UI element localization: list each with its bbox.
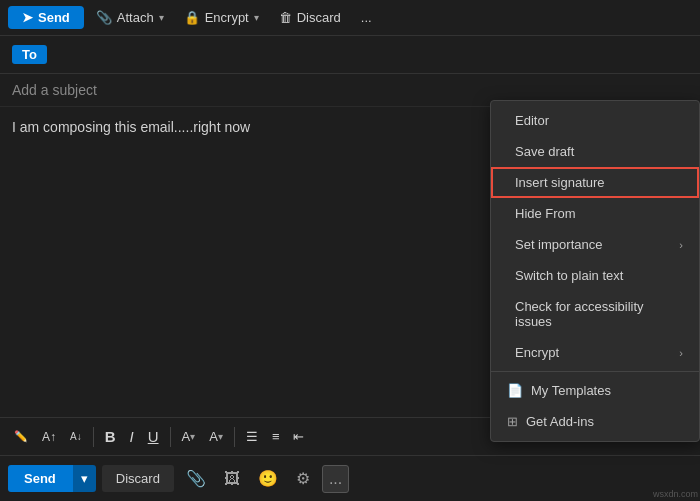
send-icon: ➤ bbox=[22, 10, 33, 25]
action-more-button[interactable]: ... bbox=[322, 465, 349, 493]
to-chip[interactable]: To bbox=[12, 45, 47, 64]
discard-label: Discard bbox=[297, 10, 341, 25]
menu-item-insert-signature[interactable]: Insert signature bbox=[491, 167, 699, 198]
font-color-button[interactable]: A ▾ bbox=[203, 426, 229, 447]
action-send-button[interactable]: Send bbox=[8, 465, 72, 492]
highlight-icon: A bbox=[182, 429, 191, 444]
send-dropdown-chevron-icon: ▾ bbox=[81, 471, 88, 486]
highlight-button[interactable]: A ▾ bbox=[176, 426, 202, 447]
encrypt-chevron-icon: ▾ bbox=[254, 12, 259, 23]
action-discard-label: Discard bbox=[116, 471, 160, 486]
sep2 bbox=[170, 427, 171, 447]
emoji-icon-button[interactable]: 🙂 bbox=[252, 465, 284, 492]
highlight-chevron-icon: ▾ bbox=[190, 431, 195, 442]
menu-encrypt-label: Encrypt bbox=[515, 345, 559, 360]
settings-icon-button[interactable]: ⚙ bbox=[290, 465, 316, 492]
action-send-label: Send bbox=[24, 471, 56, 486]
menu-item-encrypt[interactable]: Encrypt › bbox=[491, 337, 699, 368]
set-importance-chevron-icon: › bbox=[679, 239, 683, 251]
underline-button[interactable]: U bbox=[142, 425, 165, 448]
format-text-icon: ✏️ bbox=[14, 430, 28, 443]
attach-icon: 📎 bbox=[96, 10, 112, 25]
font-color-chevron-icon: ▾ bbox=[218, 431, 223, 442]
bold-button[interactable]: B bbox=[99, 425, 122, 448]
menu-save-draft-label: Save draft bbox=[515, 144, 574, 159]
menu-editor-label: Editor bbox=[515, 113, 549, 128]
bullets-button[interactable]: ☰ bbox=[240, 426, 264, 447]
discard-button[interactable]: 🗑 Discard bbox=[271, 6, 349, 29]
menu-item-hide-from[interactable]: Hide From bbox=[491, 198, 699, 229]
attach-button[interactable]: 📎 Attach ▾ bbox=[88, 6, 172, 29]
attach-label: Attach bbox=[117, 10, 154, 25]
font-size-down-button[interactable]: A↓ bbox=[64, 428, 88, 445]
send-label: Send bbox=[38, 10, 70, 25]
image-icon-button[interactable]: 🖼 bbox=[218, 466, 246, 492]
send-group: Send ▾ bbox=[8, 465, 96, 492]
indent-button[interactable]: ⇤ bbox=[287, 426, 310, 447]
format-text-button[interactable]: ✏️ bbox=[8, 427, 34, 446]
subject-placeholder: Add a subject bbox=[12, 82, 97, 98]
more-options-button[interactable]: ... bbox=[353, 6, 380, 29]
my-templates-icon: 📄 bbox=[507, 383, 523, 398]
menu-item-switch-plain[interactable]: Switch to plain text bbox=[491, 260, 699, 291]
encrypt-label: Encrypt bbox=[205, 10, 249, 25]
email-body-content: I am composing this email.....right now bbox=[12, 119, 250, 135]
paperclip-icon: 📎 bbox=[186, 470, 206, 487]
emoji-icon: 🙂 bbox=[258, 470, 278, 487]
get-addins-icon: ⊞ bbox=[507, 414, 518, 429]
bullets-icon: ☰ bbox=[246, 429, 258, 444]
italic-label: I bbox=[130, 428, 134, 445]
action-more-label: ... bbox=[329, 470, 342, 487]
menu-item-my-templates[interactable]: 📄 My Templates bbox=[491, 375, 699, 406]
menu-get-addins-label: Get Add-ins bbox=[526, 414, 594, 429]
top-toolbar: ➤ Send 📎 Attach ▾ 🔒 Encrypt ▾ 🗑 Discard … bbox=[0, 0, 700, 36]
attach-icon-button[interactable]: 📎 bbox=[180, 465, 212, 492]
numbered-button[interactable]: ≡ bbox=[266, 426, 286, 447]
menu-accessibility-label: Check for accessibility issues bbox=[515, 299, 683, 329]
action-discard-button[interactable]: Discard bbox=[102, 465, 174, 492]
font-size-up-button[interactable]: A↑ bbox=[36, 427, 62, 447]
menu-item-accessibility[interactable]: Check for accessibility issues bbox=[491, 291, 699, 337]
action-send-dropdown[interactable]: ▾ bbox=[72, 465, 96, 492]
indent-icon: ⇤ bbox=[293, 429, 304, 444]
menu-switch-plain-label: Switch to plain text bbox=[515, 268, 623, 283]
menu-item-set-importance[interactable]: Set importance › bbox=[491, 229, 699, 260]
underline-label: U bbox=[148, 428, 159, 445]
italic-button[interactable]: I bbox=[124, 425, 140, 448]
encrypt-button[interactable]: 🔒 Encrypt ▾ bbox=[176, 6, 267, 29]
menu-divider bbox=[491, 371, 699, 372]
menu-set-importance-label: Set importance bbox=[515, 237, 602, 252]
trash-icon: 🗑 bbox=[279, 10, 292, 25]
image-icon: 🖼 bbox=[224, 470, 240, 487]
menu-item-editor[interactable]: Editor bbox=[491, 105, 699, 136]
settings-icon: ⚙ bbox=[296, 470, 310, 487]
more-label: ... bbox=[361, 10, 372, 25]
bold-label: B bbox=[105, 428, 116, 445]
sep1 bbox=[93, 427, 94, 447]
menu-hide-from-label: Hide From bbox=[515, 206, 576, 221]
action-bar: Send ▾ Discard 📎 🖼 🙂 ⚙ ... bbox=[0, 455, 700, 501]
font-size-down-icon: A↓ bbox=[70, 431, 82, 442]
send-button[interactable]: ➤ Send bbox=[8, 6, 84, 29]
menu-my-templates-label: My Templates bbox=[531, 383, 611, 398]
to-field-row: To bbox=[0, 36, 700, 74]
numbered-icon: ≡ bbox=[272, 429, 280, 444]
font-size-up-icon: A↑ bbox=[42, 430, 56, 444]
sep3 bbox=[234, 427, 235, 447]
menu-item-save-draft[interactable]: Save draft bbox=[491, 136, 699, 167]
menu-item-get-addins[interactable]: ⊞ Get Add-ins bbox=[491, 406, 699, 437]
attach-chevron-icon: ▾ bbox=[159, 12, 164, 23]
font-color-icon: A bbox=[209, 429, 218, 444]
encrypt-chevron-icon: › bbox=[679, 347, 683, 359]
dropdown-menu: Editor Save draft Insert signature Hide … bbox=[490, 100, 700, 442]
menu-insert-signature-label: Insert signature bbox=[515, 175, 605, 190]
watermark: wsxdn.com bbox=[653, 489, 698, 499]
encrypt-icon: 🔒 bbox=[184, 10, 200, 25]
